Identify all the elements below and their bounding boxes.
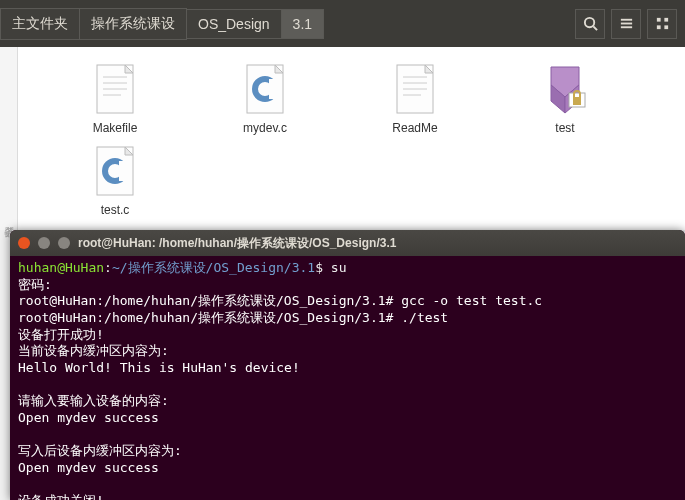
- svg-rect-3: [620, 23, 631, 25]
- svg-rect-7: [656, 25, 660, 29]
- list-icon: [619, 16, 634, 31]
- output-root2: root@HuHan:/home/huhan/操作系统课设/OS_Design/…: [18, 310, 448, 325]
- terminal-titlebar[interactable]: root@HuHan: /home/huhan/操作系统课设/OS_Design…: [10, 230, 685, 256]
- file-readme[interactable]: ReadMe: [378, 61, 452, 135]
- window-maximize-button[interactable]: [58, 237, 70, 249]
- search-button[interactable]: [575, 9, 605, 39]
- file-label: mydev.c: [243, 121, 287, 135]
- output-closed: 设备成功关闭!: [18, 493, 104, 500]
- file-makefile[interactable]: Makefile: [78, 61, 152, 135]
- file-label: ReadMe: [392, 121, 437, 135]
- file-mydev-c[interactable]: mydev.c: [228, 61, 302, 135]
- grid-icon: [655, 16, 670, 31]
- output-password: 密码:: [18, 277, 52, 292]
- window-close-button[interactable]: [18, 237, 30, 249]
- executable-lock-icon: [540, 61, 590, 117]
- prompt-user: huhan@HuHan: [18, 260, 104, 275]
- file-label: test: [555, 121, 574, 135]
- output-after: 写入后设备内缓冲区内容为:: [18, 443, 182, 458]
- svg-rect-29: [573, 97, 581, 105]
- svg-line-1: [593, 26, 597, 30]
- file-label: Makefile: [93, 121, 138, 135]
- svg-rect-2: [620, 19, 631, 21]
- svg-rect-18: [269, 79, 281, 99]
- output-root1: root@HuHan:/home/huhan/操作系统课设/OS_Design/…: [18, 293, 542, 308]
- file-manager-pathbar: 主文件夹 操作系统课设 OS_Design 3.1: [0, 0, 685, 47]
- output-cur-buf: 当前设备内缓冲区内容为:: [18, 343, 169, 358]
- file-manager-sidebar[interactable]: 务器: [0, 47, 18, 230]
- file-test[interactable]: test: [528, 61, 602, 135]
- output-hello: Hello World! This is HuHan's device!: [18, 360, 300, 375]
- output-open2: Open mydev success: [18, 460, 159, 475]
- c-file-icon: [240, 61, 290, 117]
- window-minimize-button[interactable]: [38, 237, 50, 249]
- grid-view-button[interactable]: [647, 9, 677, 39]
- svg-rect-8: [664, 25, 668, 29]
- file-label: test.c: [101, 203, 130, 217]
- output-open-ok: 设备打开成功!: [18, 327, 104, 342]
- text-file-icon: [90, 61, 140, 117]
- text-file-icon: [390, 61, 440, 117]
- svg-rect-4: [620, 26, 631, 28]
- breadcrumb-osdesign[interactable]: OS_Design: [186, 9, 282, 39]
- list-view-button[interactable]: [611, 9, 641, 39]
- search-icon: [583, 16, 598, 31]
- svg-rect-33: [119, 161, 131, 181]
- terminal-title: root@HuHan: /home/huhan/操作系统课设/OS_Design…: [78, 235, 396, 252]
- output-open1: Open mydev success: [18, 410, 159, 425]
- command-su: su: [331, 260, 347, 275]
- svg-point-0: [584, 18, 593, 27]
- breadcrumb-31[interactable]: 3.1: [281, 9, 324, 39]
- terminal-content[interactable]: huhan@HuHan:~/操作系统课设/OS_Design/3.1$ su 密…: [10, 256, 685, 500]
- breadcrumb-home[interactable]: 主文件夹: [0, 8, 80, 40]
- c-file-icon: [90, 143, 140, 199]
- breadcrumb-course[interactable]: 操作系统课设: [79, 8, 187, 40]
- output-please: 请输入要输入设备的内容:: [18, 393, 169, 408]
- file-icon-grid[interactable]: Makefile mydev.c ReadMe test test.c: [18, 47, 685, 230]
- terminal-window: root@HuHan: /home/huhan/操作系统课设/OS_Design…: [10, 230, 685, 500]
- svg-rect-6: [664, 18, 668, 22]
- file-manager-body: 务器 Makefile mydev.c ReadMe test: [0, 47, 685, 230]
- prompt-path: ~/操作系统课设/OS_Design/3.1: [112, 260, 315, 275]
- svg-rect-5: [656, 18, 660, 22]
- file-test-c[interactable]: test.c: [78, 143, 152, 217]
